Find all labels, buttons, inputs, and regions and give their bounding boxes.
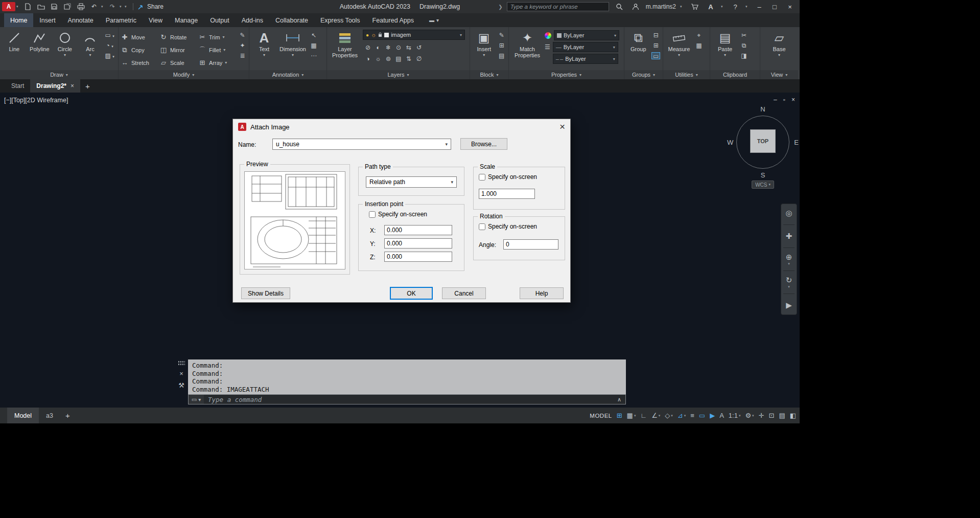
cursor-badge-icon[interactable]: ▶: [710, 412, 715, 419]
tab-parametric[interactable]: Parametric: [100, 13, 143, 27]
color-wheel-icon[interactable]: [545, 32, 551, 39]
properties-list-icon[interactable]: ☰: [545, 43, 550, 51]
move-tool[interactable]: ✚Move: [121, 31, 159, 43]
measure-dropdown-icon[interactable]: ▾: [678, 53, 680, 57]
save-as-icon[interactable]: [61, 2, 74, 12]
redo-icon[interactable]: ↷: [106, 2, 119, 12]
viewport-minimize-icon[interactable]: –: [774, 96, 777, 103]
open-folder-icon[interactable]: [35, 2, 47, 12]
dialog-titlebar[interactable]: A Attach Image ×: [233, 119, 570, 134]
layer-unlock-icon[interactable]: ⊚: [386, 55, 391, 62]
id-point-icon[interactable]: ⌖: [697, 32, 701, 39]
panel-utilities-label[interactable]: Utilities▾: [663, 70, 710, 79]
panel-annotation-label[interactable]: Annotation▾: [249, 70, 326, 79]
save-icon[interactable]: [48, 2, 60, 12]
panel-properties-label[interactable]: Properties▾: [509, 70, 624, 79]
graphics-performance-icon[interactable]: ▤: [779, 412, 785, 419]
isodraft-icon[interactable]: ◇▾: [665, 412, 673, 419]
text-dropdown-icon[interactable]: ▾: [263, 53, 265, 57]
scale-tool[interactable]: ▱Scale: [159, 57, 198, 69]
grid-icon[interactable]: ⊞: [617, 412, 622, 419]
rotate-tool[interactable]: ↻Rotate: [159, 31, 198, 43]
hatch-tool-icon[interactable]: ▨ ▾: [105, 52, 114, 59]
manage-attributes-icon[interactable]: ▤: [499, 52, 504, 59]
isolate-objects-icon[interactable]: ⊡: [769, 412, 775, 419]
help-dropdown-icon[interactable]: ▾: [745, 5, 750, 9]
scale-input[interactable]: [479, 189, 535, 199]
panel-block-label[interactable]: Block▾: [470, 70, 508, 79]
match-properties-tool[interactable]: ✦ Match Properties: [511, 29, 544, 70]
tab-featured-apps[interactable]: Featured Apps: [366, 13, 420, 27]
dimension-dropdown-icon[interactable]: ▾: [292, 53, 294, 57]
copy-clip-icon[interactable]: ⧉: [742, 42, 746, 49]
dimension-tool[interactable]: Dimension ▾: [278, 29, 308, 70]
cancel-button[interactable]: Cancel: [442, 287, 486, 299]
circle-dropdown-icon[interactable]: ▾: [64, 53, 66, 57]
command-drag-grip[interactable]: [178, 361, 185, 366]
panel-clipboard-label[interactable]: Clipboard: [710, 70, 760, 79]
wcs-selector[interactable]: WCS▾: [752, 181, 774, 189]
command-expand-icon[interactable]: ∧: [617, 396, 625, 403]
tab-collaborate[interactable]: Collaborate: [269, 13, 314, 27]
copy-tool[interactable]: ⧉Copy: [121, 44, 159, 56]
osnap-icon[interactable]: ⊿▾: [678, 412, 686, 419]
paste-special-icon[interactable]: ◨: [741, 52, 746, 59]
search-expand-icon[interactable]: ❯: [498, 4, 502, 10]
z-input[interactable]: [384, 252, 452, 262]
tab-express-tools[interactable]: Express Tools: [314, 13, 366, 27]
minimize-button[interactable]: –: [754, 2, 765, 12]
layer-match-icon[interactable]: ⇆: [406, 44, 411, 51]
user-dropdown-icon[interactable]: ▾: [680, 5, 684, 9]
array-tool[interactable]: ⊞Array▾: [198, 57, 237, 69]
tab-annotate[interactable]: Annotate: [62, 13, 100, 27]
layer-freeze-icon[interactable]: ❄: [386, 44, 391, 51]
search-input[interactable]: [507, 2, 609, 11]
command-customize-icon[interactable]: ⚒: [178, 381, 184, 389]
ungroup-icon[interactable]: ⊟: [654, 32, 659, 39]
file-tab-start[interactable]: Start: [5, 79, 30, 93]
mirror-tool[interactable]: ◫Mirror: [159, 44, 198, 56]
leader-tool-icon[interactable]: ↖: [311, 32, 316, 39]
explode-tool-icon[interactable]: ✦: [240, 42, 245, 49]
erase-tool-icon[interactable]: ✎: [240, 32, 245, 39]
pan-icon[interactable]: ✚: [786, 230, 792, 242]
insert-dropdown-icon[interactable]: ▾: [483, 53, 485, 57]
base-tool[interactable]: ▱ Base ▾: [766, 29, 792, 70]
measure-tool[interactable]: Measure ▾: [665, 29, 693, 70]
x-input[interactable]: [384, 225, 452, 235]
polyline-tool[interactable]: Polyline: [28, 29, 52, 70]
table-tool-icon[interactable]: ▦: [311, 42, 316, 49]
scale-specify-checkbox[interactable]: [479, 174, 485, 181]
help-button[interactable]: Help: [520, 287, 564, 299]
quick-calc-icon[interactable]: ▦: [696, 42, 702, 49]
angle-input[interactable]: [503, 239, 558, 250]
annotation-monitor-icon[interactable]: ✛: [759, 412, 764, 419]
autocad-logo[interactable]: A: [2, 2, 15, 11]
zoom-extents-icon[interactable]: ⊕▾: [786, 253, 792, 265]
rotation-specify-checkbox[interactable]: [479, 223, 485, 230]
browse-button[interactable]: Browse...: [460, 138, 507, 150]
orbit-icon[interactable]: ↻▾: [786, 276, 792, 288]
group-tool[interactable]: ⧉ Group: [626, 29, 650, 70]
qat-customize-icon[interactable]: ▾: [125, 5, 129, 9]
lineweight-combo[interactable]: — ByLayer▾: [553, 42, 618, 52]
panel-groups-label[interactable]: Groups▾: [624, 70, 663, 79]
command-input[interactable]: [204, 396, 617, 403]
edit-attributes-icon[interactable]: ✎: [499, 32, 504, 39]
layer-delete-icon[interactable]: ∅: [416, 55, 422, 62]
linetype-combo[interactable]: – – ByLayer▾: [553, 54, 618, 64]
layer-thaw-all-icon[interactable]: ☼: [376, 55, 381, 62]
group-selection-on-icon[interactable]: ▭: [651, 52, 660, 59]
trim-tool[interactable]: ✂Trim▾: [198, 31, 237, 43]
snap-icon[interactable]: ▦▾: [627, 412, 636, 419]
drawing-viewport[interactable]: [−][Top][2D Wireframe] – ▫ × N S W E TOP…: [0, 93, 800, 408]
annotation-visibility-icon[interactable]: A: [719, 412, 724, 419]
layer-isolate-icon[interactable]: ◐: [376, 44, 380, 51]
cut-icon[interactable]: ✂: [741, 32, 746, 39]
annotation-scale-button[interactable]: 1:1▾: [729, 412, 741, 419]
base-dropdown-icon[interactable]: ▾: [778, 53, 780, 57]
model-layout-tab[interactable]: Model: [7, 408, 39, 423]
layer-select-combo[interactable]: ● ☼ imagem ▾: [363, 30, 465, 40]
file-tab-close-icon[interactable]: ×: [71, 82, 74, 89]
viewcube[interactable]: N S W E TOP: [736, 116, 789, 169]
